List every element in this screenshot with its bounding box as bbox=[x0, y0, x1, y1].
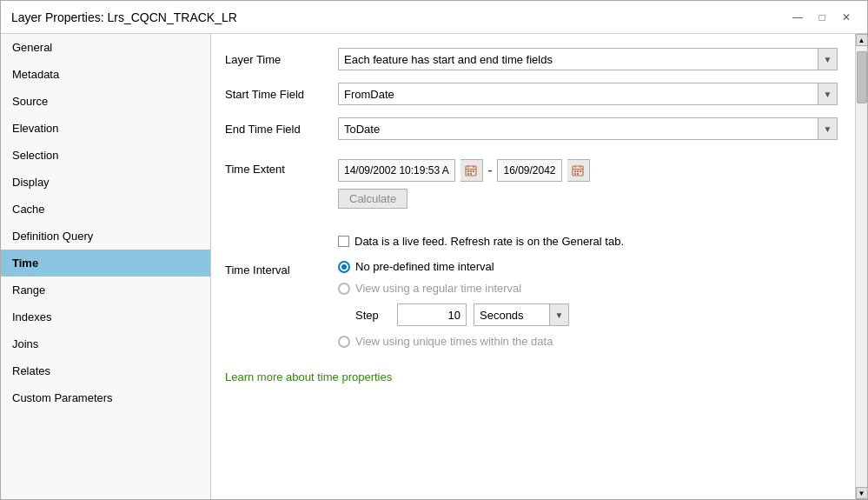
time-interval-section: Time Interval No pre-defined time interv… bbox=[225, 260, 838, 357]
svg-rect-13 bbox=[574, 170, 576, 172]
sidebar: General Metadata Source Elevation Select… bbox=[1, 34, 211, 499]
radio-no-predefined-row: No pre-defined time interval bbox=[338, 260, 838, 273]
start-time-value: FromDate bbox=[339, 88, 818, 101]
sidebar-item-source[interactable]: Source bbox=[1, 88, 210, 115]
svg-rect-7 bbox=[467, 173, 469, 175]
sidebar-item-relates[interactable]: Relates bbox=[1, 357, 210, 384]
step-unit-value: Seconds bbox=[474, 309, 549, 322]
svg-rect-4 bbox=[467, 170, 469, 172]
time-extent-control: 14/09/2002 10:19:53 A bbox=[338, 159, 838, 223]
layer-time-row: Layer Time Each feature has start and en… bbox=[225, 48, 838, 70]
end-calendar-button[interactable] bbox=[567, 159, 590, 182]
sidebar-item-metadata[interactable]: Metadata bbox=[1, 61, 210, 88]
radio-regular-row: View using a regular time interval bbox=[338, 282, 838, 295]
sidebar-item-range[interactable]: Range bbox=[1, 277, 210, 303]
svg-rect-5 bbox=[470, 170, 472, 172]
radio-unique[interactable] bbox=[338, 336, 350, 348]
layer-time-dropdown-arrow[interactable]: ▼ bbox=[818, 49, 837, 70]
end-time-label: End Time Field bbox=[225, 123, 338, 136]
svg-rect-15 bbox=[580, 170, 581, 172]
scroll-up-arrow[interactable]: ▲ bbox=[856, 34, 868, 46]
time-extent-date-row: 14/09/2002 10:19:53 A bbox=[338, 159, 838, 182]
time-extent-row: Time Extent 14/09/2002 10:19:53 A bbox=[225, 159, 838, 223]
main-scrollbar[interactable]: ▲ ▼ bbox=[855, 34, 867, 499]
end-date-value: 16/09/2042 bbox=[498, 164, 560, 177]
layer-time-label: Layer Time bbox=[225, 53, 338, 66]
svg-rect-6 bbox=[473, 170, 474, 172]
minimize-button[interactable]: — bbox=[787, 8, 808, 27]
start-time-label: Start Time Field bbox=[225, 88, 338, 101]
titlebar: Layer Properties: Lrs_CQCN_TRACK_LR — □ … bbox=[1, 1, 867, 34]
radio-unique-row: View using unique times within the data bbox=[338, 335, 838, 348]
end-time-row: End Time Field ToDate ▼ bbox=[225, 117, 838, 140]
sidebar-item-selection[interactable]: Selection bbox=[1, 142, 210, 169]
step-unit-select[interactable]: Seconds ▼ bbox=[474, 303, 569, 326]
step-row: Step Seconds ▼ bbox=[355, 303, 838, 326]
window-controls: — □ ✕ bbox=[787, 8, 857, 27]
step-input[interactable] bbox=[397, 303, 467, 326]
restore-button[interactable]: □ bbox=[812, 8, 832, 27]
svg-rect-14 bbox=[577, 170, 579, 172]
start-calendar-button[interactable] bbox=[461, 159, 483, 182]
sidebar-item-joins[interactable]: Joins bbox=[1, 330, 210, 357]
close-button[interactable]: ✕ bbox=[836, 8, 857, 27]
live-feed-checkbox[interactable] bbox=[338, 236, 349, 247]
start-date-input[interactable]: 14/09/2002 10:19:53 A bbox=[338, 159, 455, 182]
live-feed-row: Data is a live feed. Refresh rate is on … bbox=[338, 235, 838, 248]
start-time-control: FromDate ▼ bbox=[338, 83, 838, 105]
calendar-icon bbox=[465, 164, 477, 177]
svg-rect-16 bbox=[574, 173, 576, 175]
start-time-dropdown-arrow[interactable]: ▼ bbox=[818, 83, 837, 104]
main-content-area: Layer Time Each feature has start and en… bbox=[211, 34, 855, 397]
svg-rect-17 bbox=[577, 173, 579, 175]
end-time-control: ToDate ▼ bbox=[338, 117, 838, 140]
radio-no-predefined-label: No pre-defined time interval bbox=[355, 260, 494, 273]
radio-no-predefined[interactable] bbox=[338, 261, 350, 273]
calendar-icon-end bbox=[572, 164, 584, 177]
start-time-row: Start Time Field FromDate ▼ bbox=[225, 83, 838, 105]
sidebar-item-custom-parameters[interactable]: Custom Parameters bbox=[1, 384, 210, 411]
sidebar-item-elevation[interactable]: Elevation bbox=[1, 115, 210, 142]
main-window: Layer Properties: Lrs_CQCN_TRACK_LR — □ … bbox=[0, 0, 868, 500]
sidebar-item-definition-query[interactable]: Definition Query bbox=[1, 223, 210, 250]
time-extent-dash: - bbox=[488, 163, 493, 177]
end-date-input[interactable]: 16/09/2042 bbox=[497, 159, 561, 182]
layer-time-control: Each feature has start and end time fiel… bbox=[338, 48, 838, 70]
calculate-button[interactable]: Calculate bbox=[338, 189, 407, 209]
scroll-down-arrow[interactable]: ▼ bbox=[856, 487, 868, 499]
sidebar-item-display[interactable]: Display bbox=[1, 169, 210, 196]
main-panel: Layer Time Each feature has start and en… bbox=[211, 34, 867, 499]
svg-rect-8 bbox=[470, 173, 472, 175]
sidebar-item-time[interactable]: Time bbox=[1, 250, 210, 277]
layer-time-select[interactable]: Each feature has start and end time fiel… bbox=[338, 48, 838, 70]
layer-time-value: Each feature has start and end time fiel… bbox=[339, 53, 818, 66]
time-extent-label: Time Extent bbox=[225, 159, 338, 176]
scrollbar-thumb[interactable] bbox=[857, 51, 867, 103]
end-time-select[interactable]: ToDate ▼ bbox=[338, 117, 838, 140]
window-title: Layer Properties: Lrs_CQCN_TRACK_LR bbox=[11, 10, 237, 24]
step-label: Step bbox=[355, 309, 390, 322]
radio-unique-label: View using unique times within the data bbox=[355, 335, 553, 348]
content-area: General Metadata Source Elevation Select… bbox=[1, 34, 867, 499]
sidebar-item-general[interactable]: General bbox=[1, 34, 210, 61]
learn-more-link[interactable]: Learn more about time properties bbox=[225, 370, 838, 383]
radio-regular-label: View using a regular time interval bbox=[355, 282, 521, 295]
end-time-value: ToDate bbox=[339, 123, 818, 136]
live-feed-label: Data is a live feed. Refresh rate is on … bbox=[354, 235, 624, 248]
radio-regular[interactable] bbox=[338, 283, 350, 295]
step-unit-arrow[interactable]: ▼ bbox=[549, 304, 568, 325]
end-time-dropdown-arrow[interactable]: ▼ bbox=[818, 118, 837, 139]
time-interval-options: No pre-defined time interval View using … bbox=[338, 260, 838, 357]
sidebar-item-cache[interactable]: Cache bbox=[1, 196, 210, 223]
time-interval-label: Time Interval bbox=[225, 260, 338, 277]
start-date-value: 14/09/2002 10:19:53 A bbox=[339, 164, 454, 177]
sidebar-item-indexes[interactable]: Indexes bbox=[1, 303, 210, 330]
start-time-select[interactable]: FromDate ▼ bbox=[338, 83, 838, 105]
